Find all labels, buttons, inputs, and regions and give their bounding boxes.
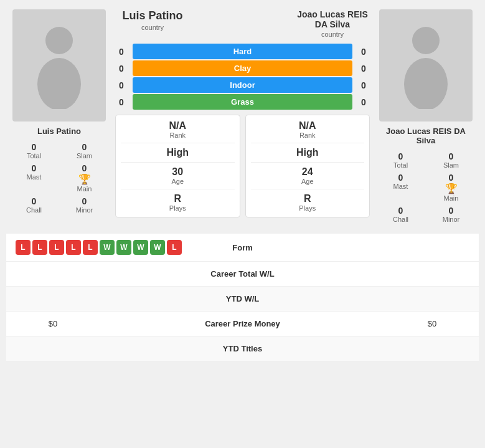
- player1-slam-value: 0: [82, 142, 87, 152]
- player1-header-info: Luis Patino country: [115, 9, 190, 31]
- player1-total-cell: 0 Total: [9, 141, 59, 161]
- player1-slam-cell: 0 Slam: [60, 141, 109, 161]
- form-label: Form: [205, 243, 280, 252]
- player2-country: country: [321, 31, 344, 38]
- player1-main-value: 0: [82, 163, 87, 173]
- p2-rank-row: N/A Rank: [251, 120, 365, 143]
- player2-card: Joao Lucas REIS DA Silva 0 Total 0 Slam …: [373, 6, 479, 227]
- ytd-wl-label: YTD W/L: [90, 294, 395, 303]
- svg-point-3: [404, 58, 448, 109]
- p2-high-value: High: [296, 147, 319, 158]
- player1-mast-value: 0: [32, 163, 37, 173]
- indoor-score-left: 0: [115, 80, 128, 90]
- stats-boxes: N/A Rank High 30 Age R Plays: [115, 115, 370, 217]
- ytd-wl-row: YTD W/L: [6, 287, 479, 312]
- p2-rank-label: Rank: [299, 131, 316, 139]
- svg-point-2: [412, 27, 440, 54]
- hard-score-right: 0: [357, 47, 370, 57]
- player2-mast-value: 0: [398, 173, 403, 183]
- comparison-area: Luis Patino 0 Total 0 Slam 0 Mast 0 🏆 M: [0, 0, 485, 234]
- player1-total-label: Total: [27, 152, 41, 160]
- player2-slam-label: Slam: [443, 161, 459, 169]
- form-badges-left: LLLLLWWWWL: [16, 240, 205, 255]
- p2-rank-value: N/A: [299, 120, 316, 131]
- prize-money-left: $0: [16, 319, 90, 328]
- form-badge-l: L: [49, 240, 64, 255]
- p1-rank-label: Rank: [169, 131, 186, 139]
- player1-chall-value: 0: [32, 196, 37, 206]
- svg-point-1: [37, 58, 81, 109]
- form-badge-w: W: [150, 240, 165, 255]
- p1-rank-row: N/A Rank: [121, 120, 235, 143]
- player2-main-label: Main: [444, 194, 459, 202]
- player2-stats-grid: 0 Total 0 Slam 0 Mast 0 🏆 Main 0: [376, 150, 476, 224]
- form-badge-w: W: [133, 240, 148, 255]
- p1-high-row: High: [121, 147, 235, 163]
- player2-header-info: Joao Lucas REIS DA Silva country: [295, 9, 370, 38]
- player1-silhouette: [31, 22, 87, 109]
- player2-trophy-icon: 🏆: [445, 183, 458, 194]
- player2-minor-value: 0: [449, 206, 454, 216]
- grass-score-right: 0: [357, 97, 370, 107]
- indoor-score-right: 0: [357, 80, 370, 90]
- surface-badge-indoor: Indoor: [133, 77, 352, 93]
- p2-age-row: 24 Age: [251, 166, 365, 189]
- surface-row-hard: 0 Hard 0: [115, 44, 370, 59]
- career-total-label: Career Total W/L: [90, 269, 395, 279]
- player2-minor-cell: 0 Minor: [426, 204, 476, 224]
- player1-minor-label: Minor: [76, 206, 93, 214]
- form-badge-w: W: [100, 240, 115, 255]
- grass-score-left: 0: [115, 97, 128, 107]
- prize-money-row: $0 Career Prize Money $0: [6, 312, 479, 336]
- player2-total-label: Total: [393, 161, 408, 169]
- player2-total-value: 0: [398, 151, 403, 161]
- p2-high-row: High: [251, 147, 365, 163]
- player1-minor-value: 0: [82, 196, 87, 206]
- player1-name: Luis Patino: [37, 126, 81, 136]
- career-total-row: Career Total W/L: [6, 262, 479, 287]
- player2-name: Joao Lucas REIS DA Silva: [376, 126, 476, 145]
- player1-mast-cell: 0 Mast: [9, 162, 59, 194]
- surface-row-indoor: 0 Indoor 0: [115, 77, 370, 93]
- prize-money-label: Career Prize Money: [90, 319, 395, 328]
- player1-stats-box: N/A Rank High 30 Age R Plays: [115, 115, 240, 217]
- form-badge-l: L: [83, 240, 98, 255]
- player1-avatar: [12, 9, 106, 122]
- form-badge-l: L: [167, 240, 182, 255]
- form-badge-w: W: [116, 240, 131, 255]
- p1-high-value: High: [166, 147, 189, 158]
- p1-plays-label: Plays: [169, 204, 186, 212]
- player2-slam-value: 0: [449, 151, 454, 161]
- player2-stats-box: N/A Rank High 24 Age R Plays: [245, 115, 370, 217]
- surface-badge-clay: Clay: [133, 60, 352, 76]
- ytd-titles-label: YTD Titles: [90, 344, 395, 353]
- surface-row-grass: 0 Grass 0: [115, 94, 370, 110]
- player1-minor-cell: 0 Minor: [60, 195, 109, 215]
- player2-header-name: Joao Lucas REIS DA Silva: [295, 9, 370, 29]
- player2-chall-cell: 0 Chall: [376, 204, 425, 224]
- p1-age-label: Age: [171, 178, 184, 185]
- player2-mast-cell: 0 Mast: [376, 171, 425, 203]
- p1-plays-value: R: [174, 193, 181, 204]
- main-container: Luis Patino 0 Total 0 Slam 0 Mast 0 🏆 M: [0, 0, 485, 361]
- ytd-titles-row: YTD Titles: [6, 336, 479, 361]
- center-panel: Luis Patino country Joao Lucas REIS DA S…: [112, 6, 373, 227]
- player2-trophy-cell: 0 🏆 Main: [426, 171, 476, 203]
- player2-chall-value: 0: [398, 206, 403, 216]
- player1-chall-cell: 0 Chall: [9, 195, 59, 215]
- players-header: Luis Patino country Joao Lucas REIS DA S…: [115, 6, 370, 41]
- player2-mast-label: Mast: [393, 183, 408, 190]
- player2-chall-label: Chall: [393, 216, 408, 223]
- player1-stats-grid: 0 Total 0 Slam 0 Mast 0 🏆 Main 0: [9, 141, 109, 215]
- prize-money-right: $0: [395, 319, 469, 328]
- surface-row-clay: 0 Clay 0: [115, 60, 370, 76]
- svg-point-0: [45, 27, 73, 54]
- player2-slam-cell: 0 Slam: [426, 150, 476, 170]
- player2-total-cell: 0 Total: [376, 150, 425, 170]
- form-area: LLLLLWWWWL Form: [6, 234, 479, 262]
- player1-card: Luis Patino 0 Total 0 Slam 0 Mast 0 🏆 M: [6, 6, 112, 227]
- p2-plays-label: Plays: [299, 204, 316, 212]
- player2-avatar: [379, 9, 473, 122]
- p2-plays-value: R: [304, 193, 311, 204]
- clay-score-right: 0: [357, 64, 370, 74]
